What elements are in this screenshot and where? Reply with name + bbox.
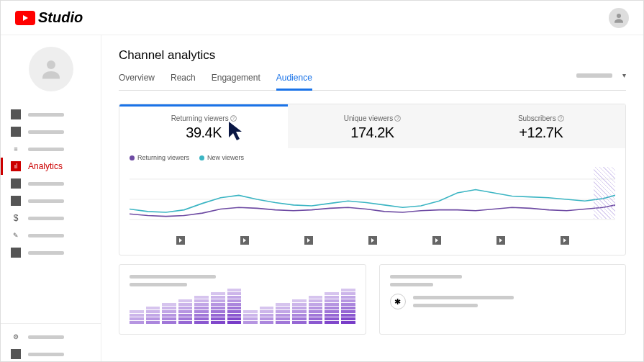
sidebar-item-analytics[interactable]: ılAnalytics [1, 158, 101, 175]
svg-point-1 [47, 60, 55, 69]
tab-audience[interactable]: Audience [276, 73, 312, 91]
tab-engagement[interactable]: Engagement [212, 73, 260, 90]
sidebar-label: Analytics [28, 161, 63, 171]
video-marker-icon[interactable] [368, 236, 377, 245]
metric-label: Unique viewers [344, 114, 393, 122]
sidebar-item-dashboard[interactable] [1, 106, 101, 123]
analytics-tabs: Overview Reach Engagement Audience ▾ [119, 73, 626, 91]
viewers-line-chart[interactable] [119, 167, 625, 232]
legend-new: New viewers [199, 154, 244, 161]
sidebar-item-settings[interactable]: ⚙ [1, 328, 101, 345]
info-icon: ✱ [390, 294, 406, 309]
legend-returning: Returning viewers [130, 154, 189, 161]
person-icon [612, 12, 625, 24]
video-marker-icon[interactable] [304, 236, 313, 245]
metric-value: +12.7K [461, 125, 621, 141]
date-range-picker[interactable] [576, 73, 612, 78]
help-icon[interactable]: ? [558, 115, 564, 122]
svg-point-0 [617, 14, 621, 18]
studio-logo[interactable]: Studio [15, 9, 83, 26]
other-videos-card[interactable]: ✱ [379, 264, 627, 335]
youtube-icon [15, 11, 35, 25]
music-icon [11, 248, 21, 258]
tab-overview[interactable]: Overview [119, 73, 155, 90]
watch-time-card[interactable]: document.write(Array.from({length:14},(_… [119, 264, 366, 335]
dashboard-icon [11, 109, 21, 119]
sidebar-item-feedback[interactable] [1, 345, 101, 362]
wand-icon: ✎ [11, 230, 21, 240]
video-marker-icon[interactable] [432, 236, 441, 245]
cursor-icon [227, 120, 246, 142]
hourly-bar-chart: document.write(Array.from({length:14},(_… [130, 295, 355, 324]
sidebar-item-playlists[interactable]: ≡ [1, 140, 101, 158]
video-marker-icon[interactable] [561, 236, 569, 245]
sidebar-item-subtitles[interactable] [1, 192, 101, 209]
sidebar: ≡ ılAnalytics $ ✎ ⚙ [1, 35, 101, 362]
main-content: Channel analytics Overview Reach Engagem… [101, 35, 643, 362]
video-marker-icon[interactable] [496, 236, 505, 245]
tab-reach[interactable]: Reach [171, 73, 196, 90]
channel-avatar[interactable] [29, 47, 73, 91]
sidebar-item-content[interactable] [1, 123, 101, 140]
gear-icon: ⚙ [11, 332, 21, 342]
metric-unique-viewers[interactable]: Unique viewers? 174.2K [288, 104, 456, 148]
incomplete-data-region [594, 167, 615, 219]
dollar-icon: $ [11, 213, 21, 223]
sidebar-item-comments[interactable] [1, 175, 101, 192]
person-icon [38, 56, 64, 82]
account-avatar[interactable] [609, 8, 629, 28]
metric-subscribers[interactable]: Subscribers? +12.7K [457, 104, 625, 148]
subtitle-icon [11, 196, 21, 206]
chart-legend: Returning viewers New viewers [119, 148, 625, 167]
sidebar-item-audio[interactable] [1, 244, 101, 261]
key-metrics-card: Returning viewers? 39.4K Unique viewers?… [119, 104, 626, 255]
play-square-icon [11, 127, 21, 137]
chevron-down-icon[interactable]: ▾ [622, 71, 626, 79]
comment-icon [11, 178, 21, 189]
brand-text: Studio [38, 9, 83, 26]
sidebar-item-customization[interactable]: ✎ [1, 227, 101, 244]
sidebar-item-monetization[interactable]: $ [1, 209, 101, 227]
header: Studio [1, 1, 643, 35]
video-marker-icon[interactable] [240, 236, 249, 245]
metric-value: 39.4K [124, 125, 284, 141]
help-icon[interactable]: ? [394, 115, 401, 122]
video-markers [119, 232, 625, 255]
metric-returning-viewers[interactable]: Returning viewers? 39.4K [119, 104, 288, 148]
list-icon: ≡ [11, 144, 21, 154]
metric-value: 174.2K [292, 125, 452, 141]
metric-label: Returning viewers [171, 114, 229, 122]
analytics-icon: ıl [11, 161, 21, 171]
page-title: Channel analytics [119, 48, 626, 63]
feedback-icon [11, 349, 21, 359]
video-marker-icon[interactable] [176, 236, 185, 245]
metric-label: Subscribers [518, 114, 556, 122]
